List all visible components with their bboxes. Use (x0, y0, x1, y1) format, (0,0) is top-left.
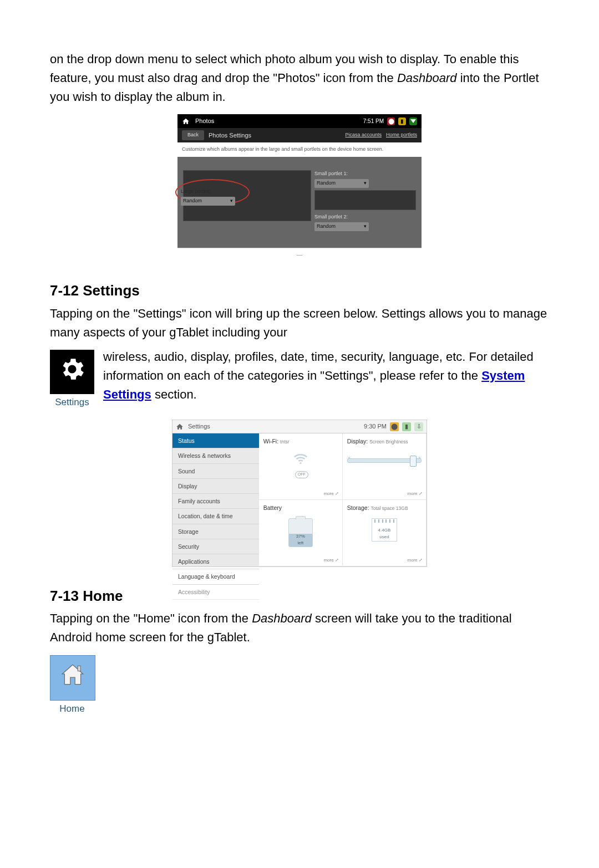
status-alert-icon: ⬤ (387, 118, 395, 125)
photos-subbar: Back Photos Settings Picasa accounts Hom… (177, 128, 422, 142)
small-portlet-1-dropdown[interactable]: Random▾ (314, 179, 369, 188)
more-link[interactable]: more ⤢ (323, 491, 338, 497)
home-paragraph: Tapping on the "Home" icon from the Dash… (50, 609, 549, 647)
settings-tile-label: Settings (50, 395, 94, 410)
gear-icon (58, 355, 87, 389)
status-battery-icon: ▮ (402, 422, 411, 431)
status-download-icon: ⇩ (414, 422, 423, 431)
intro-paragraph: on the drop down menu to select which ph… (50, 50, 549, 106)
photos-screenshot: Photos 7:51 PM ⬤ ▮ Back Photos Settings … (177, 114, 422, 262)
sidebar-item-location[interactable]: Location, date & time (172, 509, 259, 524)
settings-paragraph-1: Tapping on the "Settings" icon will brin… (50, 304, 549, 342)
small-portlet-2-label: Small portlet 2: (314, 213, 416, 221)
brightness-slider[interactable] (347, 458, 422, 463)
photos-time: 7:51 PM (363, 117, 384, 126)
wifi-icon: OFF (287, 451, 314, 478)
home-icon (176, 423, 184, 431)
svg-rect-1 (78, 666, 80, 671)
more-link[interactable]: more ⤢ (323, 557, 338, 564)
status-download-icon (409, 118, 417, 125)
pane-display[interactable]: Display: Screen Brightness ☀ ☀ more ⤢ (343, 433, 427, 500)
sidebar-item-accessibility[interactable]: Accessibility (172, 585, 259, 600)
wifi-toggle[interactable]: OFF (295, 471, 308, 478)
photos-title: Photos (195, 116, 214, 126)
pane-battery[interactable]: Battery 37% left more ⤢ (259, 500, 343, 566)
sidebar-item-security[interactable]: Security (172, 539, 259, 554)
sidebar-item-applications[interactable]: Applications (172, 554, 259, 569)
status-alert-icon: ⬤ (390, 422, 399, 431)
more-link[interactable]: more ⤢ (408, 491, 423, 497)
large-portlet-label: Large portlet: (181, 188, 235, 196)
home-tile-label: Home (50, 702, 94, 716)
back-button[interactable]: Back (182, 130, 204, 140)
photos-titlebar: Photos 7:51 PM ⬤ ▮ (177, 114, 422, 128)
sidebar-item-storage[interactable]: Storage (172, 524, 259, 539)
photos-description: Customize which albums appear in the lar… (177, 142, 422, 157)
heading-7-12: 7-12 Settings (50, 279, 549, 302)
settings-time: 9:30 PM (364, 422, 387, 431)
home-icon (182, 118, 190, 125)
sidebar-item-display[interactable]: Display (172, 479, 259, 494)
home-tile[interactable]: Home (50, 655, 94, 716)
pane-wifi[interactable]: Wi-Fi: tntsr OFF more ⤢ (259, 433, 343, 500)
sidebar-item-language[interactable]: Language & keyboard (172, 569, 259, 584)
more-link[interactable]: more ⤢ (408, 557, 423, 564)
status-battery-icon: ▮ (398, 118, 406, 125)
large-portlet-dropdown[interactable]: Random▾ (181, 197, 235, 206)
settings-paragraph-2: wireless, audio, display, profiles, date… (50, 348, 549, 404)
heading-7-13: 7-13 Home (50, 585, 549, 607)
battery-icon: 37% left (288, 518, 313, 547)
small-portlet-1-preview (314, 190, 416, 210)
small-portlet-1-label: Small portlet 1: (314, 170, 416, 178)
photos-bottombar: — (177, 248, 422, 262)
settings-sidebar: Status Wireless & networks Sound Display… (172, 433, 259, 566)
pane-storage[interactable]: Storage: Total space 13GB 4.4GB used mor… (343, 500, 427, 566)
sidebar-item-wireless[interactable]: Wireless & networks (172, 448, 259, 463)
settings-titlebar: Settings 9:30 PM ⬤ ▮ ⇩ (172, 420, 427, 433)
settings-screenshot: Settings 9:30 PM ⬤ ▮ ⇩ Status Wireless &… (172, 420, 427, 567)
settings-title: Settings (188, 422, 210, 431)
svg-point-0 (300, 462, 301, 463)
home-icon (59, 661, 87, 695)
photos-subtitle: Photos Settings (209, 131, 251, 140)
sidebar-item-status[interactable]: Status (172, 433, 259, 448)
small-portlet-2-dropdown[interactable]: Random▾ (314, 222, 369, 231)
link-picasa[interactable]: Picasa accounts (345, 131, 382, 139)
sidebar-item-family[interactable]: Family accounts (172, 494, 259, 509)
settings-tile[interactable]: Settings (50, 350, 94, 410)
sidebar-item-sound[interactable]: Sound (172, 464, 259, 479)
link-home-portlets[interactable]: Home portlets (386, 131, 417, 139)
storage-icon: 4.4GB used (372, 518, 397, 542)
